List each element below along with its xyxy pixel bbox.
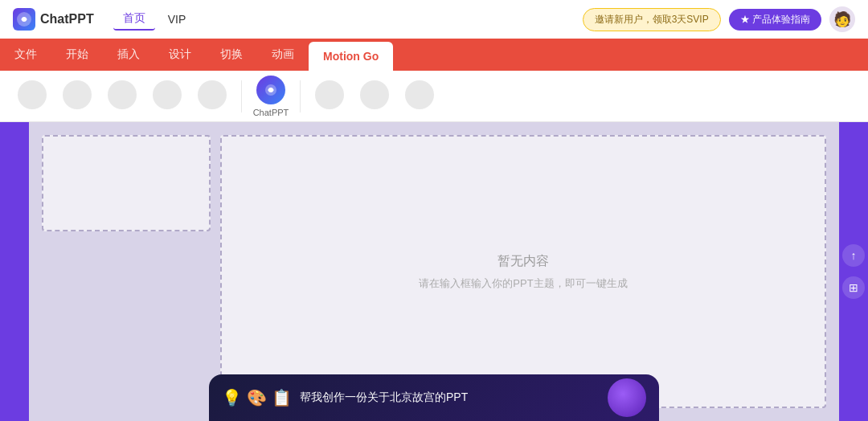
slide-thumbnails xyxy=(42,135,211,408)
toolbar-icon-1 xyxy=(18,80,47,109)
tab-file[interactable]: 文件 xyxy=(0,39,51,71)
chat-emoji-note: 📋 xyxy=(272,388,292,407)
toolbar-item-7[interactable] xyxy=(310,80,349,112)
side-panel-left xyxy=(0,122,29,421)
logo-icon xyxy=(13,8,35,31)
chat-bar: 💡 🎨 📋 帮我创作一份关于北京故宫的PPT xyxy=(209,374,659,421)
avatar[interactable]: 🧑 xyxy=(829,6,855,32)
toolbar-icon-8 xyxy=(360,80,389,109)
toolbar-chatppt[interactable]: ChatPPT xyxy=(252,76,290,117)
svg-point-1 xyxy=(22,17,27,22)
tab-design[interactable]: 设计 xyxy=(154,39,206,71)
logo[interactable]: ChatPPT xyxy=(13,8,94,31)
invite-button[interactable]: 邀请新用户，领取3天SVIP xyxy=(583,8,721,31)
tab-start[interactable]: 开始 xyxy=(51,39,103,71)
toolbar-icon-4 xyxy=(153,80,182,109)
nav-vip[interactable]: VIP xyxy=(158,10,196,29)
content-area: 暂无内容 请在输入框输入你的PPT主题，即可一键生成 💡 🎨 📋 帮我创作一份关… xyxy=(29,122,839,421)
nav-home[interactable]: 首页 xyxy=(113,8,155,31)
side-panel-right: ↑ ⊞ xyxy=(839,122,868,421)
toolbar-separator-2 xyxy=(300,80,301,112)
navbar: ChatPPT 首页 VIP 邀请新用户，领取3天SVIP ★ 产品体验指南 🧑 xyxy=(0,0,868,39)
toolbar-item-9[interactable] xyxy=(400,80,439,112)
main-area: 暂无内容 请在输入框输入你的PPT主题，即可一键生成 💡 🎨 📋 帮我创作一份关… xyxy=(0,122,868,421)
side-up-button[interactable]: ↑ xyxy=(842,244,865,267)
svg-point-4 xyxy=(268,88,273,92)
navbar-right: 邀请新用户，领取3天SVIP ★ 产品体验指南 🧑 xyxy=(583,6,855,32)
toolbar-item-3[interactable] xyxy=(103,80,141,112)
toolbar-icon-2 xyxy=(63,80,92,109)
chat-emoji-lamp: 💡 xyxy=(222,388,242,407)
slide-main[interactable]: 暂无内容 请在输入框输入你的PPT主题，即可一键生成 xyxy=(220,135,826,408)
ribbon: 文件 开始 插入 设计 切换 动画 Motion Go xyxy=(0,39,868,71)
toolbar-item-4[interactable] xyxy=(148,80,186,112)
toolbar-icon-3 xyxy=(108,80,137,109)
side-qr-button[interactable]: ⊞ xyxy=(842,276,865,299)
nav-links: 首页 VIP xyxy=(113,8,196,31)
tab-transition[interactable]: 切换 xyxy=(206,39,257,71)
toolbar-icon-5 xyxy=(198,80,227,109)
chat-input[interactable]: 帮我创作一份关于北京故宫的PPT xyxy=(300,390,600,405)
slide-empty-title: 暂无内容 xyxy=(497,253,549,270)
toolbar-icon-7 xyxy=(315,80,344,109)
chat-avatar-blob xyxy=(608,378,646,417)
toolbar-icon-9 xyxy=(405,80,434,109)
toolbar-group-right xyxy=(310,80,439,112)
toolbar-item-8[interactable] xyxy=(355,80,394,112)
tab-motion-go[interactable]: Motion Go xyxy=(309,42,393,71)
toolbar-item-2[interactable] xyxy=(58,80,96,112)
toolbar-group-left xyxy=(13,80,231,112)
tab-animation[interactable]: 动画 xyxy=(257,39,309,71)
toolbar: ChatPPT xyxy=(0,71,868,122)
chatppt-icon xyxy=(256,76,285,104)
chat-icons: 💡 🎨 📋 xyxy=(222,388,292,407)
toolbar-chatppt-label: ChatPPT xyxy=(253,108,289,117)
chat-emoji-paint: 🎨 xyxy=(247,388,267,407)
toolbar-item-5[interactable] xyxy=(193,80,231,112)
tab-insert[interactable]: 插入 xyxy=(103,39,154,71)
toolbar-item-1[interactable] xyxy=(13,80,51,112)
slide-thumbnail-1[interactable] xyxy=(42,135,211,231)
product-guide-button[interactable]: ★ 产品体验指南 xyxy=(729,9,821,31)
slide-empty-desc: 请在输入框输入你的PPT主题，即可一键生成 xyxy=(419,276,627,291)
toolbar-separator xyxy=(241,80,242,112)
logo-text: ChatPPT xyxy=(40,12,94,27)
